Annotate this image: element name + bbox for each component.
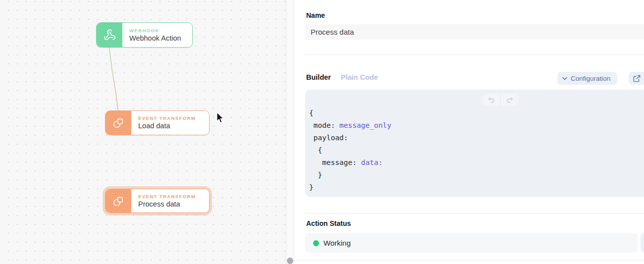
tab-plain-code[interactable]: Plain Code [341,73,378,81]
action-status-bar: Working [305,233,638,253]
bottom-divider [294,260,644,261]
node-category-label: EVENT TRANSFORM [138,194,209,199]
node-title: Load data [138,122,209,130]
node-title: Process data [138,200,209,209]
node-category-label: EVENT TRANSFORM [138,115,209,121]
configuration-button[interactable]: Configuration [557,72,617,85]
transform-icon [106,111,131,135]
status-bar-overflow-stub [641,233,644,253]
name-input-value: Process data [311,28,354,36]
workflow-canvas[interactable]: WEBHOOK Webhook Action EVENT TRANSFORM L… [0,0,286,264]
node-category-label: WEBHOOK [129,28,192,33]
node-process-data[interactable]: EVENT TRANSFORM Process data [105,189,210,213]
section-divider [305,213,644,213]
webhook-icon [97,23,122,47]
action-details-panel: Name Process data Builder Plain Code Con… [294,0,644,264]
node-webhook-action[interactable]: WEBHOOK Webhook Action [96,22,193,48]
undo-redo-group [483,94,519,106]
canvas-scrollbar-thumb[interactable] [287,258,293,264]
chevron-down-icon [562,77,567,80]
expand-editor-button[interactable] [629,72,644,85]
action-status-label: Action Status [306,219,351,227]
status-text: Working [323,239,351,247]
code-editor[interactable]: { mode: message_only payload: { message:… [305,90,644,197]
undo-icon [487,96,495,104]
external-link-icon [633,75,641,82]
transform-icon [106,189,131,212]
undo-button[interactable] [483,94,500,106]
redo-button[interactable] [501,94,519,106]
node-title: Webhook Action [129,34,192,43]
status-dot-icon [313,240,319,246]
node-load-data[interactable]: EVENT TRANSFORM Load data [105,110,210,135]
name-section-label: Name [306,11,325,19]
tab-builder[interactable]: Builder [306,73,331,81]
section-divider [305,54,644,55]
mouse-cursor [216,112,224,123]
configuration-button-label: Configuration [571,75,610,82]
code-content[interactable]: { mode: message_only payload: { message:… [309,107,391,194]
redo-icon [506,96,514,104]
canvas-scrollbar-track [286,0,294,264]
name-input[interactable]: Process data [305,24,644,40]
